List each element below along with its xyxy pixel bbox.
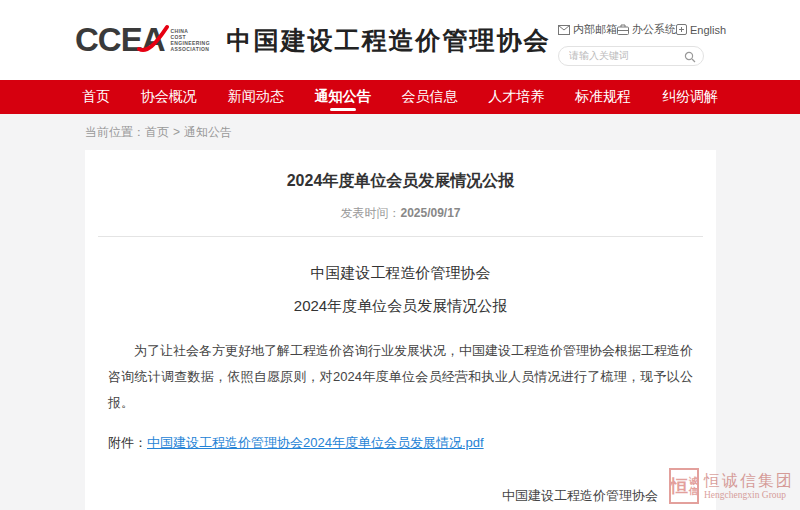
- breadcrumb-home-link[interactable]: 首页: [145, 125, 169, 139]
- article-paragraph: 为了让社会各方更好地了解工程造价咨询行业发展状况，中国建设工程造价管理协会根据工…: [108, 338, 693, 416]
- signature-org: 中国建设工程造价管理协会: [502, 482, 658, 509]
- nav-item-dispute[interactable]: 纠纷调解: [662, 80, 718, 114]
- nav-item-standards[interactable]: 标准规程: [575, 80, 631, 114]
- publish-date: 2025/09/17: [400, 206, 460, 220]
- site-logo[interactable]: CCEA CHINA COST ENGINEERING ASSOCIATION …: [75, 20, 551, 60]
- article-title: 2024年度单位会员发展情况公报: [98, 150, 703, 192]
- main-nav: 首页 协会概况 新闻动态 通知公告 会员信息 人才培养 标准规程 纠纷调解: [0, 80, 800, 114]
- nav-item-news[interactable]: 新闻动态: [228, 80, 284, 114]
- publish-label: 发表时间：: [340, 206, 400, 220]
- hengchengxin-watermark: 恒 诚 信 恒诚信集团 Hengchengxin Group: [669, 468, 794, 504]
- hengchengxin-logo-icon: 恒 诚 信: [669, 468, 699, 504]
- office-system-link[interactable]: 办公系统: [617, 22, 676, 37]
- breadcrumb: 当前位置：首页>通知公告: [0, 114, 800, 150]
- document-heading-title: 2024年度单位会员发展情况公报: [98, 297, 703, 316]
- english-link[interactable]: English: [676, 22, 726, 37]
- attachment-label: 附件：: [108, 435, 147, 450]
- english-icon: [676, 24, 687, 35]
- nav-item-training[interactable]: 人才培养: [488, 80, 544, 114]
- org-name-title: 中国建设工程造价管理协会: [227, 24, 551, 57]
- breadcrumb-separator: >: [173, 125, 180, 139]
- logo-subtext: CHINA COST ENGINEERING ASSOCIATION: [171, 28, 217, 52]
- search-input[interactable]: [558, 46, 704, 66]
- nav-item-members[interactable]: 会员信息: [401, 80, 457, 114]
- mail-icon: [558, 25, 570, 35]
- nav-item-home[interactable]: 首页: [82, 80, 110, 114]
- logo-swoosh-icon: [137, 23, 171, 66]
- ccea-logo-text: CCEA: [75, 20, 165, 60]
- watermark-name-en: Hengchengxin Group: [704, 490, 794, 500]
- breadcrumb-current[interactable]: 通知公告: [184, 125, 232, 139]
- title-divider: [98, 236, 703, 237]
- internal-mail-link[interactable]: 内部邮箱: [558, 22, 617, 37]
- signature-block: 中国建设工程造价管理协会 2025年9月17日: [98, 482, 703, 510]
- search-icon[interactable]: [684, 49, 696, 67]
- attachment-pdf-link[interactable]: 中国建设工程造价管理协会2024年度单位会员发展情况.pdf: [147, 435, 484, 450]
- document-heading-org: 中国建设工程造价管理协会: [98, 264, 703, 283]
- nav-item-about[interactable]: 协会概况: [141, 80, 197, 114]
- site-header: CCEA CHINA COST ENGINEERING ASSOCIATION …: [0, 0, 800, 80]
- watermark-name: 恒诚信集团: [704, 472, 794, 490]
- quick-links: 内部邮箱 办公系统 English: [558, 22, 704, 37]
- header-utilities: 内部邮箱 办公系统 English: [558, 22, 704, 66]
- briefcase-icon: [617, 24, 629, 35]
- search-box: [558, 45, 704, 66]
- attachment-row: 附件：中国建设工程造价管理协会2024年度单位会员发展情况.pdf: [108, 434, 693, 452]
- article-card: 2024年度单位会员发展情况公报 发表时间：2025/09/17 中国建设工程造…: [85, 150, 716, 510]
- publish-meta: 发表时间：2025/09/17: [98, 205, 703, 222]
- nav-item-notices[interactable]: 通知公告: [315, 80, 371, 114]
- breadcrumb-label: 当前位置：: [85, 125, 145, 139]
